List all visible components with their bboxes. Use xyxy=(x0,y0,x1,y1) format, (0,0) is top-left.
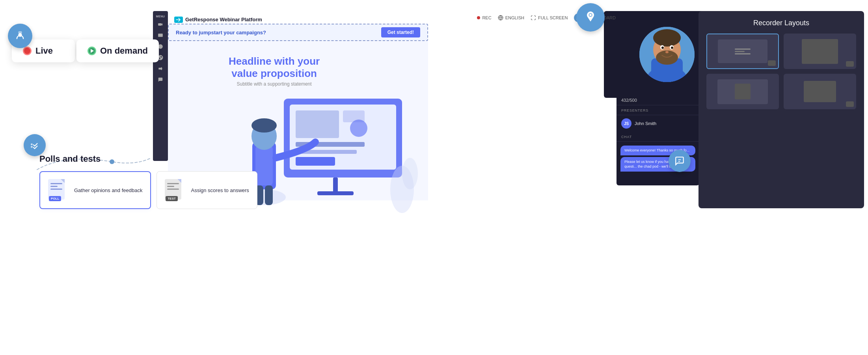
rec-button[interactable]: REC xyxy=(477,15,491,20)
headline-line2: value proposition xyxy=(229,67,320,80)
thumb-camera-2 xyxy=(846,61,854,67)
doc-line-1 xyxy=(50,183,62,184)
test-line-1 xyxy=(167,183,179,184)
sidebar-megaphone-icon[interactable] xyxy=(156,64,165,73)
poll-description: Gather opinions and feedback xyxy=(74,187,142,193)
svg-point-41 xyxy=(665,51,669,53)
svg-rect-23 xyxy=(265,185,273,205)
headline-area: Headline with your value proposition Sub… xyxy=(229,55,320,87)
svg-rect-1 xyxy=(18,31,22,34)
gr-logo-icon xyxy=(174,17,183,23)
presenter-avatar: JS xyxy=(621,118,631,129)
language-button[interactable]: ENGLISH xyxy=(498,15,524,21)
svg-point-40 xyxy=(671,47,673,49)
speaker-avatar xyxy=(639,27,695,82)
campaign-banner-text: Ready to jumpstart your campaigns? xyxy=(176,30,266,36)
test-line-3 xyxy=(167,189,179,190)
test-description: Assign scores to answers xyxy=(191,187,249,193)
svg-rect-3 xyxy=(158,34,163,37)
demand-label: On demand xyxy=(100,46,148,56)
svg-rect-19 xyxy=(255,146,273,185)
recorder-panel: Recorder Layouts xyxy=(698,11,864,208)
svg-point-39 xyxy=(661,47,664,49)
live-icon xyxy=(23,47,32,55)
recorder-grid xyxy=(706,34,856,109)
rec-label: REC xyxy=(482,15,491,20)
test-line-2 xyxy=(167,186,174,187)
test-icon: TEST xyxy=(165,179,184,201)
sidebar-screen-icon[interactable] xyxy=(156,31,165,40)
attendees-count: 432/500 xyxy=(621,98,695,103)
test-card[interactable]: TEST Assign scores to answers xyxy=(156,171,257,209)
svg-rect-15 xyxy=(333,178,338,193)
menu-label: MENU xyxy=(156,15,165,18)
thumb-line xyxy=(735,53,751,54)
chat-circle-icon[interactable] xyxy=(669,150,691,172)
live-label: Live xyxy=(35,46,53,56)
chat-section-header: CHAT xyxy=(617,132,699,142)
headline-subtitle: Subtitle with a supporting statement xyxy=(229,81,320,87)
webinar-sidebar: MENU xyxy=(153,11,168,161)
polls-cards: POLL Gather opinions and feedback TEST A… xyxy=(39,171,257,209)
touch-icon-circle xyxy=(576,3,605,32)
presenter-row: JS John Smith xyxy=(617,115,699,132)
campaign-banner: Ready to jumpstart your campaigns? Get s… xyxy=(168,24,428,41)
presenter-name: John Smith xyxy=(635,121,656,126)
svg-rect-28 xyxy=(31,146,32,148)
checklist-circle xyxy=(24,134,46,156)
svg-rect-2 xyxy=(158,23,162,26)
sidebar-chat-icon[interactable] xyxy=(156,75,165,84)
poll-card[interactable]: POLL Gather opinions and feedback xyxy=(39,171,151,209)
svg-rect-14 xyxy=(296,157,335,166)
svg-point-11 xyxy=(350,120,367,137)
recorder-layout-4[interactable] xyxy=(784,74,856,109)
doc-line-2 xyxy=(50,186,58,187)
presenters-section: PRESENTERS xyxy=(617,105,699,115)
polls-section: Polls and tests POLL Gather opinions and… xyxy=(39,154,257,209)
thumb-camera-1 xyxy=(768,60,776,66)
gr-logo: GetResponse Webinar Platform xyxy=(174,17,262,23)
poll-icon: POLL xyxy=(48,179,68,201)
headline-line1: Headline with your xyxy=(229,55,320,67)
svg-point-21 xyxy=(251,118,277,133)
svg-rect-16 xyxy=(317,191,354,195)
svg-point-35 xyxy=(653,29,681,47)
thumb-line xyxy=(735,49,751,50)
fullscreen-button[interactable]: FULL SCREEN xyxy=(531,15,568,21)
rec-dot xyxy=(477,16,480,19)
broadcast-modes: Live On demand xyxy=(12,39,159,62)
recorder-layout-3[interactable] xyxy=(706,74,779,109)
svg-rect-27 xyxy=(31,144,32,145)
recorder-layout-1[interactable] xyxy=(706,34,779,69)
presenters-label: PRESENTERS xyxy=(621,108,695,112)
thumb-camera-4 xyxy=(846,101,854,107)
fullscreen-label: FULL SCREEN xyxy=(538,15,568,20)
demand-mode-card[interactable]: On demand xyxy=(76,39,159,62)
recorder-layout-2[interactable] xyxy=(784,34,856,69)
test-badge: TEST xyxy=(166,196,177,201)
sidebar-camera-icon[interactable] xyxy=(156,20,165,29)
get-started-button[interactable]: Get started! xyxy=(381,27,420,37)
webcam-circle-icon xyxy=(8,24,32,48)
recorder-title: Recorder Layouts xyxy=(706,19,856,27)
svg-rect-9 xyxy=(296,110,339,138)
doc-line-3 xyxy=(50,189,62,190)
demand-icon xyxy=(88,47,96,55)
polls-title: Polls and tests xyxy=(39,154,257,164)
chat-label: CHAT xyxy=(621,135,695,139)
gr-logo-text: GetResponse Webinar Platform xyxy=(185,17,262,22)
svg-point-25 xyxy=(402,158,418,189)
language-label: ENGLISH xyxy=(505,15,524,20)
thumb-line xyxy=(735,51,745,52)
poll-badge: POLL xyxy=(49,196,61,201)
svg-point-26 xyxy=(589,14,592,16)
